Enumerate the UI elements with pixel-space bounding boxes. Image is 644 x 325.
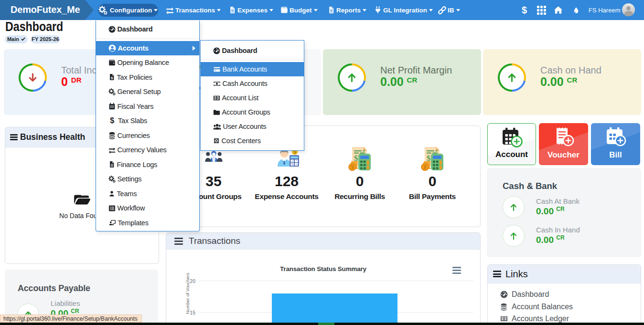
- svg-text:−: −: [296, 159, 298, 162]
- svg-text:$: $: [424, 165, 427, 170]
- svg-text:×: ×: [291, 163, 293, 166]
- svg-text:$: $: [351, 165, 354, 170]
- svg-text:+: +: [291, 159, 293, 162]
